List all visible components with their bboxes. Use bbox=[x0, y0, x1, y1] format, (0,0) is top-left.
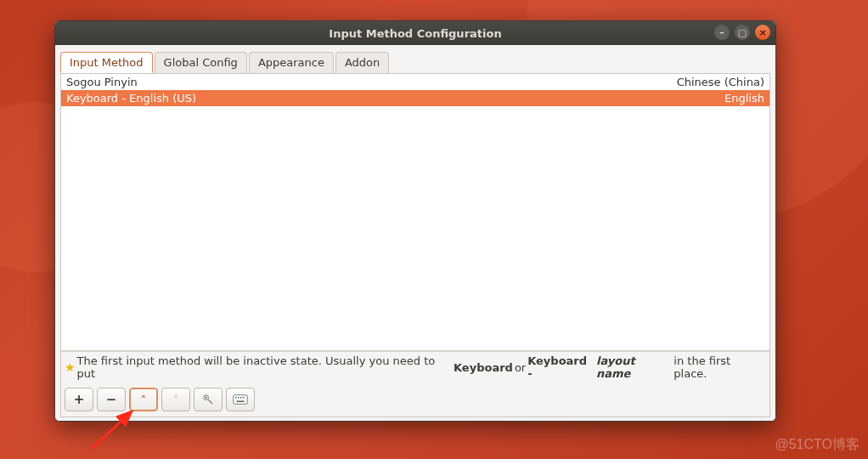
remove-button[interactable]: − bbox=[97, 388, 126, 411]
toolbar: + − ˄ ˅ bbox=[61, 382, 769, 416]
tab-addon[interactable]: Addon bbox=[335, 52, 389, 73]
chevron-up-icon: ˄ bbox=[141, 394, 147, 406]
tabs: Input Method Global Config Appearance Ad… bbox=[59, 48, 772, 73]
svg-rect-3 bbox=[235, 397, 237, 399]
move-down-button[interactable]: ˅ bbox=[161, 388, 190, 411]
move-up-button[interactable]: ˄ bbox=[129, 388, 158, 411]
client-area: Input Method Global Config Appearance Ad… bbox=[55, 45, 775, 421]
list-item[interactable]: Keyboard - English (US) English bbox=[61, 90, 769, 106]
hint-prefix: The first input method will be inactive … bbox=[77, 354, 452, 380]
svg-rect-2 bbox=[234, 395, 248, 405]
hint-kw2-bold: Keyboard - bbox=[527, 354, 595, 380]
im-name: Keyboard - English (US) bbox=[66, 92, 196, 105]
svg-rect-4 bbox=[238, 397, 240, 399]
keyboard-layout-button[interactable] bbox=[226, 388, 255, 411]
hint-suffix: in the first place. bbox=[674, 354, 766, 380]
hint-or: or bbox=[515, 361, 526, 374]
hint-kw1: Keyboard bbox=[454, 361, 513, 374]
keyboard-icon bbox=[233, 394, 248, 405]
maximize-button[interactable]: ▢ bbox=[735, 25, 750, 40]
hint-kw2-italic: layout name bbox=[596, 354, 672, 380]
minimize-button[interactable]: – bbox=[714, 25, 730, 40]
tab-global-config[interactable]: Global Config bbox=[155, 52, 247, 73]
im-lang: English bbox=[724, 92, 764, 105]
svg-rect-7 bbox=[237, 401, 245, 403]
input-method-panel: Sogou Pinyin Chinese (China) Keyboard - … bbox=[60, 73, 770, 417]
tab-appearance[interactable]: Appearance bbox=[249, 52, 334, 73]
configure-button[interactable] bbox=[194, 388, 223, 411]
window-title: Input Method Configuration bbox=[329, 27, 501, 40]
svg-rect-5 bbox=[240, 397, 242, 399]
watermark: @51CTO博客 bbox=[775, 436, 860, 454]
star-icon: ★ bbox=[65, 360, 76, 374]
window-controls: – ▢ × bbox=[714, 25, 770, 40]
svg-point-1 bbox=[206, 397, 207, 399]
config-window: Input Method Configuration – ▢ × Input M… bbox=[54, 20, 776, 422]
chevron-down-icon: ˅ bbox=[173, 394, 179, 406]
tab-input-method[interactable]: Input Method bbox=[60, 52, 153, 73]
titlebar: Input Method Configuration – ▢ × bbox=[55, 21, 775, 45]
list-item[interactable]: Sogou Pinyin Chinese (China) bbox=[61, 74, 769, 90]
im-lang: Chinese (China) bbox=[677, 76, 764, 88]
im-name: Sogou Pinyin bbox=[66, 76, 138, 88]
input-method-list[interactable]: Sogou Pinyin Chinese (China) Keyboard - … bbox=[61, 74, 769, 351]
close-button[interactable]: × bbox=[755, 25, 770, 40]
svg-rect-6 bbox=[243, 397, 245, 399]
add-button[interactable]: + bbox=[65, 388, 93, 411]
gear-wrench-icon bbox=[200, 394, 216, 405]
hint-text: ★ The first input method will be inactiv… bbox=[61, 351, 769, 382]
